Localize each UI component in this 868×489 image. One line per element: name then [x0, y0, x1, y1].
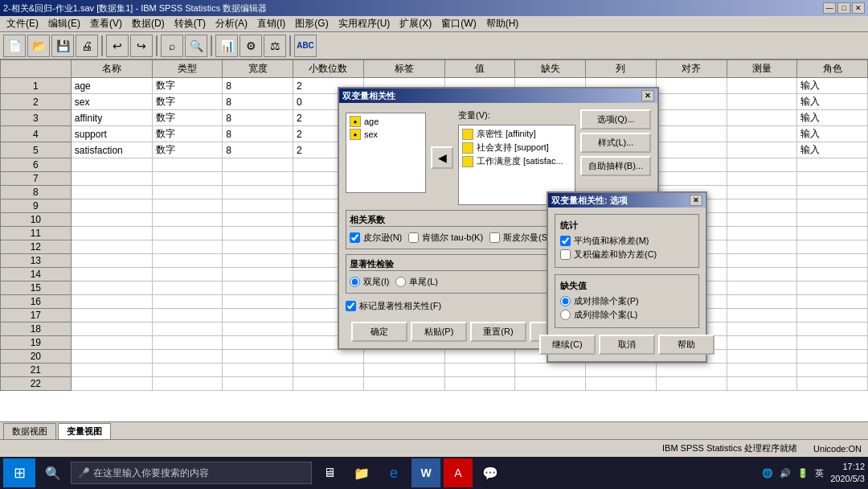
- cell-2[interactable]: [152, 158, 223, 172]
- cell-10[interactable]: [727, 377, 797, 391]
- ok-button[interactable]: 确定: [351, 322, 407, 342]
- spearman-checkbox[interactable]: [489, 232, 500, 243]
- cell-11[interactable]: [797, 364, 868, 377]
- bootstrap-button[interactable]: 自助抽样(B)...: [580, 156, 651, 176]
- col-header-col[interactable]: 列: [586, 60, 657, 78]
- cell-3[interactable]: [223, 172, 293, 186]
- cell-1[interactable]: [71, 281, 152, 295]
- cell-10[interactable]: [727, 240, 797, 254]
- spearman-checkbox-row[interactable]: 斯皮尔曼(S): [489, 232, 551, 244]
- cell-3[interactable]: [223, 281, 293, 295]
- cell-10[interactable]: [727, 364, 797, 377]
- cell-10[interactable]: [727, 254, 797, 268]
- listwise-row[interactable]: 成列排除个案(L): [560, 309, 694, 321]
- col-header-role[interactable]: 角色: [797, 60, 868, 78]
- cell-3[interactable]: [223, 377, 293, 391]
- cell-11[interactable]: [797, 254, 868, 268]
- taskbar-folder-icon[interactable]: 📁: [347, 458, 376, 487]
- toolbar-spss[interactable]: ABC: [294, 35, 317, 57]
- cell-1[interactable]: [71, 364, 152, 377]
- menu-transform[interactable]: 转换(T): [170, 15, 211, 32]
- menu-view[interactable]: 查看(V): [85, 15, 127, 32]
- cell-3[interactable]: [223, 213, 293, 227]
- pearson-checkbox-row[interactable]: 皮尔逊(N): [350, 232, 402, 244]
- listwise-radio[interactable]: [560, 310, 571, 320]
- cell-11[interactable]: [797, 227, 868, 240]
- cell-11[interactable]: [797, 295, 868, 309]
- cell-2[interactable]: 数字: [152, 78, 223, 94]
- mark-sig-checkbox[interactable]: [346, 301, 356, 311]
- toolbar-undo[interactable]: ↩: [106, 35, 129, 57]
- cell-11[interactable]: 输入: [797, 126, 868, 142]
- cell-2[interactable]: [152, 364, 223, 377]
- arrow-button[interactable]: ◀: [431, 146, 453, 169]
- cell-9[interactable]: [656, 126, 727, 142]
- cell-4[interactable]: [293, 377, 364, 391]
- toolbar-print[interactable]: 🖨: [76, 35, 98, 57]
- tab-data[interactable]: 数据视图: [3, 423, 56, 439]
- taskbar-edge-icon[interactable]: e: [379, 458, 408, 487]
- cell-3[interactable]: [223, 336, 293, 350]
- cell-2[interactable]: [152, 309, 223, 323]
- cell-5[interactable]: [363, 350, 444, 364]
- toolbar-weight[interactable]: ⚖: [264, 35, 286, 57]
- cell-9[interactable]: [656, 110, 727, 126]
- cell-10[interactable]: [727, 186, 797, 199]
- cell-11[interactable]: [797, 158, 868, 172]
- cell-2[interactable]: [152, 186, 223, 199]
- cell-11[interactable]: 输入: [797, 94, 868, 110]
- cell-3[interactable]: 8: [223, 78, 293, 94]
- cell-1[interactable]: [71, 336, 152, 350]
- var-right-satisfaction[interactable]: 工作满意度 [satisfac...: [461, 154, 573, 168]
- cell-1[interactable]: [71, 186, 152, 199]
- cell-1[interactable]: [71, 240, 152, 254]
- cell-3[interactable]: [223, 227, 293, 240]
- toolbar-find[interactable]: 🔍: [185, 35, 207, 57]
- cell-3[interactable]: [223, 186, 293, 199]
- cell-6[interactable]: [444, 364, 515, 377]
- cell-2[interactable]: [152, 240, 223, 254]
- kendall-checkbox[interactable]: [408, 232, 419, 243]
- cell-9[interactable]: [656, 94, 727, 110]
- cell-11[interactable]: [797, 213, 868, 227]
- twotail-radio-row[interactable]: 双尾(I): [350, 276, 389, 288]
- cell-2[interactable]: 数字: [152, 94, 223, 110]
- cross-dev-row[interactable]: 叉积偏差和协方差(C): [560, 249, 694, 261]
- menu-extensions[interactable]: 扩展(X): [395, 15, 436, 32]
- cell-9[interactable]: [656, 142, 727, 158]
- menu-edit[interactable]: 编辑(E): [43, 15, 85, 32]
- cell-5[interactable]: [363, 364, 444, 377]
- var-list-left[interactable]: ● age ● sex: [346, 113, 426, 193]
- cell-11[interactable]: [797, 281, 868, 295]
- menu-graphs[interactable]: 图形(G): [290, 15, 333, 32]
- cell-11[interactable]: [797, 336, 868, 350]
- cross-dev-checkbox[interactable]: [560, 249, 571, 260]
- close-button[interactable]: ✕: [852, 2, 865, 14]
- taskbar-chat-icon[interactable]: 💬: [476, 458, 505, 487]
- taskbar-acrobat-icon[interactable]: A: [444, 458, 473, 487]
- cell-3[interactable]: 8: [223, 142, 293, 158]
- cell-1[interactable]: [71, 227, 152, 240]
- cell-9[interactable]: [656, 377, 727, 391]
- menu-data[interactable]: 数据(D): [127, 15, 170, 32]
- cell-3[interactable]: [223, 240, 293, 254]
- pearson-checkbox[interactable]: [350, 232, 360, 243]
- cell-3[interactable]: 8: [223, 126, 293, 142]
- col-header-decimals[interactable]: 小数位数: [293, 60, 364, 78]
- cell-11[interactable]: 输入: [797, 110, 868, 126]
- var-item-sex[interactable]: ● sex: [348, 128, 424, 141]
- cell-2[interactable]: [152, 213, 223, 227]
- menu-help[interactable]: 帮助(H): [481, 15, 524, 32]
- pairwise-radio[interactable]: [560, 296, 571, 306]
- cell-2[interactable]: [152, 268, 223, 281]
- toolbar-goto[interactable]: ⌕: [161, 35, 183, 57]
- cancel-button2[interactable]: 取消: [599, 335, 655, 355]
- cell-3[interactable]: [223, 364, 293, 377]
- cell-11[interactable]: 输入: [797, 78, 868, 94]
- cell-2[interactable]: [152, 199, 223, 213]
- cell-7[interactable]: [515, 364, 586, 377]
- cell-1[interactable]: support: [71, 126, 152, 142]
- cell-10[interactable]: [727, 350, 797, 364]
- cell-2[interactable]: [152, 377, 223, 391]
- toolbar-redo[interactable]: ↪: [130, 35, 153, 57]
